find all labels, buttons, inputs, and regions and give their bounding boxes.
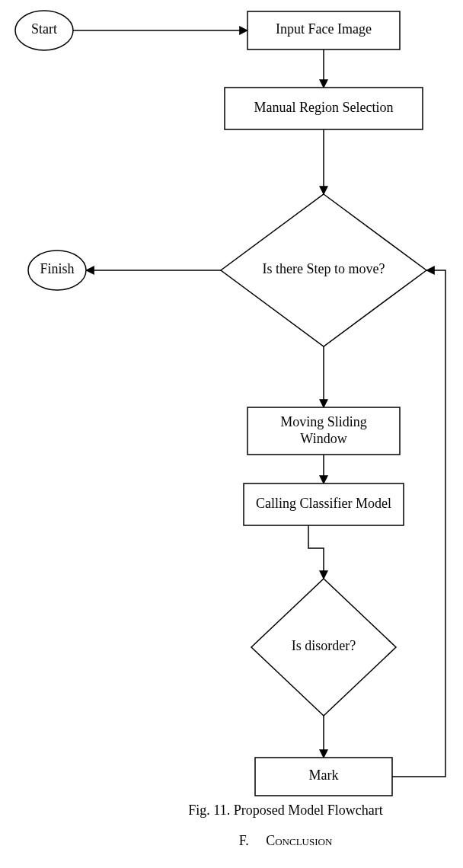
input-label: Input Face Image xyxy=(276,21,372,37)
finish-label: Finish xyxy=(40,261,74,276)
section-letter: F. xyxy=(239,833,249,848)
edge-classifier-disorder xyxy=(308,525,324,579)
classifier-label: Calling Classifier Model xyxy=(256,496,391,511)
mark-label: Mark xyxy=(309,767,339,783)
decision-disorder-label: Is disorder? xyxy=(292,638,356,653)
decision-step-label: Is there Step to move? xyxy=(263,261,385,276)
flowchart: Start Input Face Image Manual Region Sel… xyxy=(0,0,463,868)
start-label: Start xyxy=(31,21,57,37)
sliding-label-1: Moving Sliding xyxy=(280,414,367,429)
section-heading: F. Conclusion xyxy=(239,833,333,848)
figure-caption: Fig. 11. Proposed Model Flowchart xyxy=(188,803,382,818)
section-title: Conclusion xyxy=(266,833,333,848)
manual-label: Manual Region Selection xyxy=(254,100,394,115)
sliding-label-2: Window xyxy=(300,431,346,446)
